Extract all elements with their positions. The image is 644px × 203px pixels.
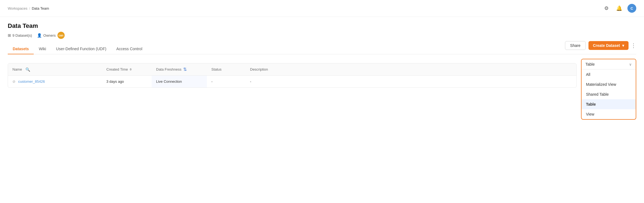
freshness-sort-icon: ⇅	[183, 67, 187, 72]
user-avatar-button[interactable]: C	[627, 4, 636, 13]
owners-label: Owners	[43, 33, 56, 38]
dropdown-item-shared-table[interactable]: Shared Table	[582, 89, 636, 99]
col-name: Name 🔍	[8, 63, 102, 76]
dropdown-item-materialized-view[interactable]: Materialized View	[582, 79, 636, 89]
dropdown-wrapper: Table ∨ All Materialized View Shared Tab…	[581, 59, 636, 120]
dropdown-selected-label: Table	[585, 62, 595, 66]
col-created-time: Created Time	[102, 63, 152, 76]
description-value: -	[250, 79, 251, 84]
status-value: -	[211, 79, 212, 84]
tab-datasets-label: Datasets	[13, 47, 29, 51]
dropdown-item-view[interactable]: View	[582, 109, 636, 119]
owner-initials: can	[59, 34, 63, 37]
dropdown-item-table[interactable]: Table	[582, 99, 636, 109]
table-wrapper: Name 🔍 Created Time	[8, 63, 577, 88]
dropdown-item-all[interactable]: All	[582, 70, 636, 79]
col-name-label: Name	[12, 67, 22, 71]
breadcrumb-separator: /	[29, 6, 30, 10]
col-freshness: Data Freshness ⇅	[152, 63, 207, 76]
page-title: Data Team	[8, 22, 636, 30]
page-header: Data Team ⊞ 9 Dataset(s) 👤 Owners can	[0, 17, 644, 39]
search-icon[interactable]: 🔍	[25, 67, 30, 72]
cell-name: ⊘ customer_85426	[8, 76, 102, 88]
dropdown-select[interactable]: Table ∨	[582, 59, 636, 70]
tab-access-label: Access Control	[116, 47, 142, 51]
col-status: Status	[207, 63, 246, 76]
people-icon: 👤	[37, 33, 42, 38]
chevron-down-icon: ∨	[629, 62, 632, 66]
dropdown-table-label: Table	[586, 102, 596, 106]
bell-icon: 🔔	[616, 5, 622, 11]
tab-access[interactable]: Access Control	[111, 44, 147, 54]
sort-icons-freshness[interactable]: ⇅	[183, 67, 187, 72]
tab-datasets[interactable]: Datasets	[8, 44, 34, 54]
owners-section: 👤 Owners can	[37, 32, 65, 39]
dropdown-view-label: View	[586, 112, 594, 116]
top-bar: Workspaces / Data Team ⚙ 🔔 C	[0, 0, 644, 17]
gear-button[interactable]: ⚙	[602, 4, 611, 13]
tab-wiki-label: Wiki	[39, 47, 46, 51]
breadcrumb-workspace[interactable]: Workspaces	[8, 6, 27, 10]
page-content: Datasets Wiki User-Defined Function (UDF…	[0, 44, 644, 120]
gear-icon: ⚙	[604, 5, 609, 11]
table-row: ⊘ customer_85426 3 days ago Live Connect…	[8, 76, 576, 88]
dataset-name-link[interactable]: customer_85426	[18, 79, 45, 84]
cell-status: -	[207, 76, 246, 88]
datasets-table: Name 🔍 Created Time	[8, 63, 576, 87]
top-right-icons: ⚙ 🔔 C	[602, 4, 636, 13]
owner-avatar[interactable]: can	[57, 32, 65, 39]
grid-icon: ⊞	[8, 33, 11, 38]
tabs-bar: Datasets Wiki User-Defined Function (UDF…	[8, 44, 636, 54]
col-description-label: Description	[250, 67, 268, 71]
cell-created-time: 3 days ago	[102, 76, 152, 88]
tab-wiki[interactable]: Wiki	[34, 44, 51, 54]
dropdown-shared-label: Shared Table	[586, 92, 609, 97]
breadcrumb: Workspaces / Data Team	[8, 6, 49, 10]
col-description: Description	[246, 63, 576, 76]
freshness-value: Live Connection	[156, 79, 182, 84]
tab-udf[interactable]: User-Defined Function (UDF)	[51, 44, 111, 54]
dataset-count-label: 9 Dataset(s)	[12, 33, 32, 38]
created-time-value: 3 days ago	[106, 79, 124, 84]
cell-description: -	[246, 76, 576, 88]
tab-udf-label: User-Defined Function (UDF)	[56, 47, 106, 51]
dropdown-menu: All Materialized View Shared Table Table	[582, 70, 636, 119]
breadcrumb-current: Data Team	[32, 6, 49, 10]
col-freshness-label: Data Freshness	[156, 67, 182, 71]
dropdown-materialized-label: Materialized View	[586, 82, 616, 87]
col-status-label: Status	[211, 67, 222, 71]
sort-icons-created[interactable]	[130, 68, 132, 71]
dataset-count: ⊞ 9 Dataset(s)	[8, 33, 32, 38]
page-meta: ⊞ 9 Dataset(s) 👤 Owners can	[8, 32, 636, 39]
dropdown-all-label: All	[586, 72, 590, 77]
col-created-label: Created Time	[106, 67, 128, 71]
cell-freshness: Live Connection	[152, 76, 207, 88]
eye-slash-icon: ⊘	[12, 79, 15, 84]
avatar-label: C	[630, 6, 633, 10]
bell-button[interactable]: 🔔	[615, 4, 624, 13]
dropdown-container: Table ∨ All Materialized View Shared Tab…	[581, 59, 636, 120]
